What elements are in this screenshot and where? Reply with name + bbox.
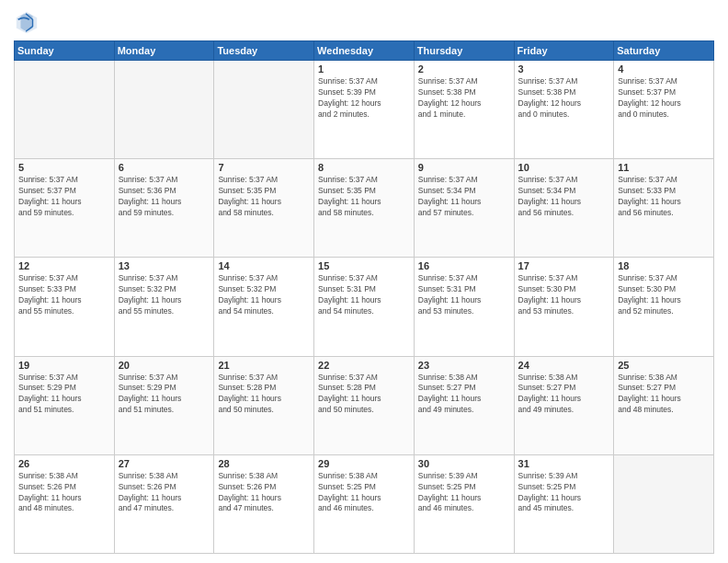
day-info: Sunrise: 5:37 AM Sunset: 5:29 PM Dayligh… — [119, 373, 210, 417]
calendar-table: SundayMondayTuesdayWednesdayThursdayFrid… — [14, 40, 714, 554]
day-info: Sunrise: 5:37 AM Sunset: 5:33 PM Dayligh… — [618, 175, 710, 219]
day-number: 18 — [618, 260, 710, 271]
calendar-cell: 27Sunrise: 5:38 AM Sunset: 5:26 PM Dayli… — [114, 454, 214, 553]
day-number: 5 — [18, 162, 110, 173]
day-info: Sunrise: 5:38 AM Sunset: 5:26 PM Dayligh… — [18, 471, 110, 515]
day-info: Sunrise: 5:37 AM Sunset: 5:30 PM Dayligh… — [618, 273, 710, 317]
calendar-cell: 23Sunrise: 5:38 AM Sunset: 5:27 PM Dayli… — [414, 356, 514, 454]
weekday-header-monday: Monday — [114, 41, 214, 61]
weekday-header-friday: Friday — [514, 41, 614, 61]
day-info: Sunrise: 5:37 AM Sunset: 5:35 PM Dayligh… — [318, 175, 410, 219]
calendar-cell: 11Sunrise: 5:37 AM Sunset: 5:33 PM Dayli… — [614, 159, 714, 258]
header — [14, 9, 714, 35]
calendar-cell: 31Sunrise: 5:39 AM Sunset: 5:25 PM Dayli… — [514, 454, 614, 553]
calendar-cell: 2Sunrise: 5:37 AM Sunset: 5:38 PM Daylig… — [414, 61, 514, 159]
day-number: 2 — [418, 63, 510, 75]
day-info: Sunrise: 5:38 AM Sunset: 5:27 PM Dayligh… — [418, 373, 510, 417]
calendar-cell: 16Sunrise: 5:37 AM Sunset: 5:31 PM Dayli… — [414, 258, 514, 356]
day-number: 4 — [618, 63, 710, 75]
day-number: 20 — [119, 360, 210, 371]
day-info: Sunrise: 5:37 AM Sunset: 5:29 PM Dayligh… — [18, 373, 110, 417]
day-info: Sunrise: 5:37 AM Sunset: 5:38 PM Dayligh… — [418, 76, 510, 121]
day-info: Sunrise: 5:37 AM Sunset: 5:31 PM Dayligh… — [318, 273, 410, 317]
day-info: Sunrise: 5:37 AM Sunset: 5:32 PM Dayligh… — [218, 273, 310, 317]
day-info: Sunrise: 5:37 AM Sunset: 5:34 PM Dayligh… — [418, 175, 510, 219]
calendar-cell: 30Sunrise: 5:39 AM Sunset: 5:25 PM Dayli… — [414, 454, 514, 553]
day-info: Sunrise: 5:37 AM Sunset: 5:35 PM Dayligh… — [218, 175, 310, 219]
calendar-cell: 17Sunrise: 5:37 AM Sunset: 5:30 PM Dayli… — [514, 258, 614, 356]
day-info: Sunrise: 5:37 AM Sunset: 5:33 PM Dayligh… — [18, 273, 110, 317]
calendar-cell: 14Sunrise: 5:37 AM Sunset: 5:32 PM Dayli… — [214, 258, 314, 356]
day-number: 13 — [119, 260, 210, 271]
day-number: 17 — [518, 260, 610, 271]
calendar-cell: 29Sunrise: 5:38 AM Sunset: 5:25 PM Dayli… — [314, 454, 415, 553]
day-info: Sunrise: 5:37 AM Sunset: 5:39 PM Dayligh… — [318, 76, 410, 121]
day-number: 11 — [618, 162, 710, 173]
calendar-cell: 7Sunrise: 5:37 AM Sunset: 5:35 PM Daylig… — [214, 159, 314, 258]
day-number: 19 — [18, 360, 110, 371]
day-info: Sunrise: 5:38 AM Sunset: 5:25 PM Dayligh… — [318, 471, 410, 515]
calendar-week-1: 1Sunrise: 5:37 AM Sunset: 5:39 PM Daylig… — [15, 61, 714, 159]
day-info: Sunrise: 5:38 AM Sunset: 5:27 PM Dayligh… — [618, 373, 710, 417]
calendar-cell: 4Sunrise: 5:37 AM Sunset: 5:37 PM Daylig… — [614, 61, 714, 159]
calendar-cell: 1Sunrise: 5:37 AM Sunset: 5:39 PM Daylig… — [314, 61, 415, 159]
calendar-cell: 26Sunrise: 5:38 AM Sunset: 5:26 PM Dayli… — [15, 454, 115, 553]
calendar-cell: 22Sunrise: 5:37 AM Sunset: 5:28 PM Dayli… — [314, 356, 415, 454]
calendar-cell: 8Sunrise: 5:37 AM Sunset: 5:35 PM Daylig… — [314, 159, 415, 258]
day-number: 7 — [218, 162, 310, 173]
day-number: 22 — [318, 360, 410, 371]
day-info: Sunrise: 5:39 AM Sunset: 5:25 PM Dayligh… — [518, 471, 610, 515]
day-info: Sunrise: 5:37 AM Sunset: 5:31 PM Dayligh… — [418, 273, 510, 317]
day-info: Sunrise: 5:37 AM Sunset: 5:34 PM Dayligh… — [518, 175, 610, 219]
day-number: 12 — [18, 260, 110, 271]
day-number: 26 — [18, 458, 110, 469]
calendar-cell: 10Sunrise: 5:37 AM Sunset: 5:34 PM Dayli… — [514, 159, 614, 258]
day-number: 14 — [218, 260, 310, 271]
weekday-header-thursday: Thursday — [414, 41, 514, 61]
day-number: 10 — [518, 162, 610, 173]
day-number: 27 — [119, 458, 210, 469]
day-info: Sunrise: 5:37 AM Sunset: 5:32 PM Dayligh… — [119, 273, 210, 317]
day-info: Sunrise: 5:37 AM Sunset: 5:28 PM Dayligh… — [218, 373, 310, 417]
day-info: Sunrise: 5:37 AM Sunset: 5:36 PM Dayligh… — [119, 175, 210, 219]
day-number: 31 — [518, 458, 610, 469]
day-number: 8 — [318, 162, 410, 173]
calendar-cell: 5Sunrise: 5:37 AM Sunset: 5:37 PM Daylig… — [15, 159, 115, 258]
page: SundayMondayTuesdayWednesdayThursdayFrid… — [0, 0, 728, 563]
day-info: Sunrise: 5:37 AM Sunset: 5:30 PM Dayligh… — [518, 273, 610, 317]
calendar-cell: 9Sunrise: 5:37 AM Sunset: 5:34 PM Daylig… — [414, 159, 514, 258]
day-number: 9 — [418, 162, 510, 173]
weekday-header-tuesday: Tuesday — [214, 41, 314, 61]
calendar-week-4: 19Sunrise: 5:37 AM Sunset: 5:29 PM Dayli… — [15, 356, 714, 454]
day-number: 30 — [418, 458, 510, 469]
logo — [14, 9, 43, 35]
day-info: Sunrise: 5:37 AM Sunset: 5:37 PM Dayligh… — [18, 175, 110, 219]
calendar-cell: 25Sunrise: 5:38 AM Sunset: 5:27 PM Dayli… — [614, 356, 714, 454]
calendar-cell: 13Sunrise: 5:37 AM Sunset: 5:32 PM Dayli… — [114, 258, 214, 356]
day-info: Sunrise: 5:39 AM Sunset: 5:25 PM Dayligh… — [418, 471, 510, 515]
day-number: 16 — [418, 260, 510, 271]
calendar-cell: 21Sunrise: 5:37 AM Sunset: 5:28 PM Dayli… — [214, 356, 314, 454]
day-number: 24 — [518, 360, 610, 371]
day-number: 29 — [318, 458, 410, 469]
calendar-cell — [15, 61, 115, 159]
calendar-cell: 18Sunrise: 5:37 AM Sunset: 5:30 PM Dayli… — [614, 258, 714, 356]
calendar-cell: 28Sunrise: 5:38 AM Sunset: 5:26 PM Dayli… — [214, 454, 314, 553]
calendar-week-5: 26Sunrise: 5:38 AM Sunset: 5:26 PM Dayli… — [15, 454, 714, 553]
weekday-header-saturday: Saturday — [614, 41, 714, 61]
day-number: 23 — [418, 360, 510, 371]
logo-icon — [14, 9, 40, 35]
day-info: Sunrise: 5:38 AM Sunset: 5:27 PM Dayligh… — [518, 373, 610, 417]
calendar-cell — [214, 61, 314, 159]
day-number: 6 — [119, 162, 210, 173]
calendar-week-2: 5Sunrise: 5:37 AM Sunset: 5:37 PM Daylig… — [15, 159, 714, 258]
weekday-header-wednesday: Wednesday — [314, 41, 415, 61]
day-number: 1 — [318, 63, 410, 75]
day-number: 15 — [318, 260, 410, 271]
weekday-header-row: SundayMondayTuesdayWednesdayThursdayFrid… — [15, 41, 714, 61]
day-info: Sunrise: 5:37 AM Sunset: 5:28 PM Dayligh… — [318, 373, 410, 417]
calendar-cell: 19Sunrise: 5:37 AM Sunset: 5:29 PM Dayli… — [15, 356, 115, 454]
day-number: 21 — [218, 360, 310, 371]
calendar-cell: 3Sunrise: 5:37 AM Sunset: 5:38 PM Daylig… — [514, 61, 614, 159]
day-number: 28 — [218, 458, 310, 469]
